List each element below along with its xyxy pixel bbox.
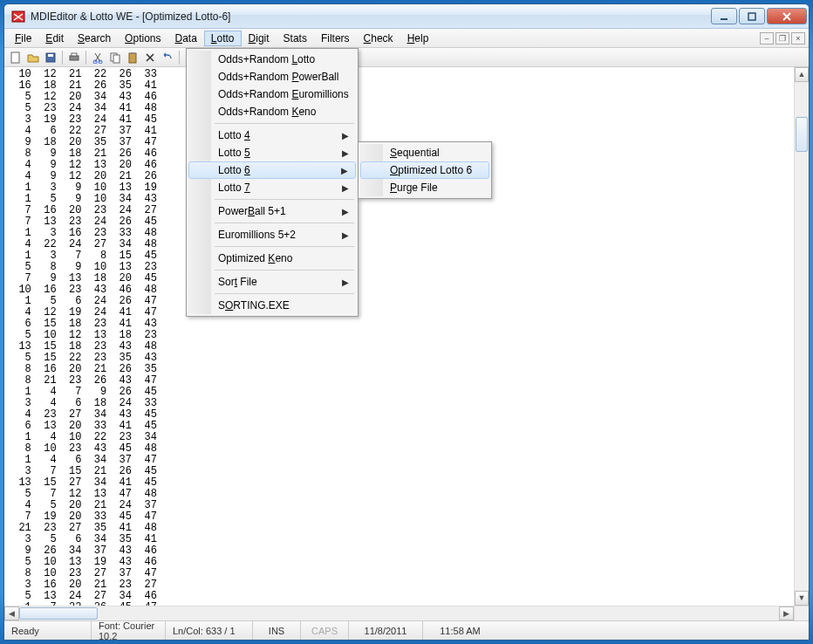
status-date: 11/8/2011 — [349, 621, 423, 640]
svg-rect-7 — [72, 53, 77, 56]
menu-item-lotto-7[interactable]: Lotto 7▶ — [188, 179, 356, 196]
horizontal-scroll-thumb[interactable] — [19, 607, 98, 620]
mdi-restore-button[interactable]: ❐ — [775, 32, 789, 45]
menu-digit[interactable]: Digit — [242, 31, 277, 46]
menu-item-powerball-5-1[interactable]: PowerBall 5+1▶ — [188, 202, 356, 220]
menu-item-odds-random-keno[interactable]: Odds+Random Keno — [188, 103, 356, 120]
menu-data[interactable]: Data — [167, 31, 203, 46]
scroll-up-button[interactable]: ▲ — [795, 67, 809, 82]
menu-item-odds-random-powerball[interactable]: Odds+Random PowerBall — [188, 68, 356, 86]
menu-item-odds-random-lotto[interactable]: Odds+Random Lotto — [188, 51, 356, 68]
menu-separator — [215, 123, 354, 124]
menu-stats[interactable]: Stats — [277, 31, 314, 46]
scroll-corner — [794, 606, 809, 620]
status-ready: Ready — [4, 621, 92, 640]
paste-icon[interactable] — [125, 50, 140, 65]
svg-rect-11 — [113, 55, 120, 63]
delete-icon[interactable] — [142, 50, 158, 65]
menu-options[interactable]: Options — [118, 31, 167, 46]
menu-search[interactable]: Search — [71, 31, 118, 46]
menu-separator — [215, 223, 354, 223]
maximize-button[interactable] — [739, 8, 765, 24]
menu-item-optimized-lotto-6[interactable]: Optimized Lotto 6 — [360, 161, 489, 179]
lotto6-submenu: SequentialOptimized Lotto 6Purge File — [358, 141, 492, 199]
menu-lotto[interactable]: Lotto — [204, 31, 242, 46]
menubar: FileEditSearchOptionsDataLottoDigitStats… — [4, 29, 809, 48]
print-icon[interactable] — [66, 50, 82, 65]
minimize-button[interactable] — [711, 8, 737, 24]
app-icon — [11, 10, 25, 24]
svg-rect-2 — [748, 13, 755, 20]
svg-rect-12 — [129, 53, 136, 63]
horizontal-scrollbar[interactable]: ◀ ▶ — [4, 606, 794, 620]
cut-icon[interactable] — [90, 50, 106, 65]
menu-item-sequential[interactable]: Sequential — [360, 144, 489, 161]
submenu-arrow-icon: ▶ — [342, 131, 349, 140]
menu-item-sort-file[interactable]: Sort File▶ — [188, 273, 356, 291]
lotto-menu-dropdown: Odds+Random LottoOdds+Random PowerBallOd… — [186, 48, 359, 317]
scroll-right-button[interactable]: ▶ — [779, 606, 794, 620]
submenu-arrow-icon: ▶ — [342, 277, 349, 287]
submenu-arrow-icon: ▶ — [342, 230, 349, 240]
copy-icon[interactable] — [107, 50, 123, 65]
menu-separator — [215, 199, 354, 200]
menu-separator — [215, 246, 354, 247]
status-caps: CAPS — [301, 621, 349, 640]
menu-separator — [215, 293, 354, 294]
menu-item-euromillions-5-2[interactable]: Euromillions 5+2▶ — [188, 226, 356, 243]
menu-check[interactable]: Check — [357, 31, 400, 46]
menu-item-odds-random-euromillions[interactable]: Odds+Random Euromillions — [188, 86, 356, 103]
svg-rect-5 — [48, 54, 53, 57]
menu-edit[interactable]: Edit — [38, 31, 71, 46]
submenu-arrow-icon: ▶ — [342, 183, 349, 193]
open-icon[interactable] — [25, 50, 41, 65]
mdi-close-button[interactable]: × — [791, 32, 805, 45]
scroll-down-button[interactable]: ▼ — [795, 591, 809, 606]
menu-item-lotto-5[interactable]: Lotto 5▶ — [188, 144, 356, 161]
menu-item-sorting-exe[interactable]: SORTING.EXE — [188, 297, 356, 314]
menu-file[interactable]: File — [8, 31, 38, 46]
titlebar: MDIEditor & Lotto WE - [Optimized Lotto-… — [4, 4, 809, 29]
svg-rect-3 — [11, 52, 19, 63]
window-title: MDIEditor & Lotto WE - [Optimized Lotto-… — [31, 10, 709, 23]
menu-item-purge-file[interactable]: Purge File — [360, 179, 489, 196]
status-time: 11:58 AM — [423, 621, 497, 640]
svg-rect-13 — [131, 52, 134, 54]
menu-separator — [215, 270, 354, 271]
toolbar: ? — [4, 48, 809, 67]
svg-rect-6 — [70, 56, 79, 60]
mdi-minimize-button[interactable]: – — [760, 32, 774, 45]
submenu-arrow-icon: ▶ — [341, 166, 348, 175]
save-icon[interactable] — [43, 50, 58, 65]
close-button[interactable] — [767, 8, 807, 24]
undo-icon[interactable] — [160, 50, 175, 65]
scroll-left-button[interactable]: ◀ — [4, 606, 19, 620]
menu-item-optimized-keno[interactable]: Optimized Keno — [188, 250, 356, 267]
new-icon[interactable] — [8, 50, 24, 65]
menu-item-lotto-6[interactable]: Lotto 6▶ — [188, 161, 356, 179]
menu-help[interactable]: Help — [400, 31, 436, 46]
vertical-scrollbar[interactable]: ▲ ▼ — [794, 67, 809, 606]
menu-item-lotto-4[interactable]: Lotto 4▶ — [188, 127, 356, 144]
status-font: Font: Courier 10.2 — [92, 621, 166, 640]
vertical-scroll-thumb[interactable] — [796, 117, 808, 152]
status-lncol: Ln/Col: 633 / 1 — [166, 621, 253, 640]
menu-filters[interactable]: Filters — [314, 31, 357, 46]
submenu-arrow-icon: ▶ — [342, 148, 349, 158]
submenu-arrow-icon: ▶ — [342, 207, 349, 216]
svg-rect-1 — [721, 18, 728, 20]
statusbar: Ready Font: Courier 10.2 Ln/Col: 633 / 1… — [4, 620, 809, 640]
status-ins: INS — [253, 621, 301, 640]
